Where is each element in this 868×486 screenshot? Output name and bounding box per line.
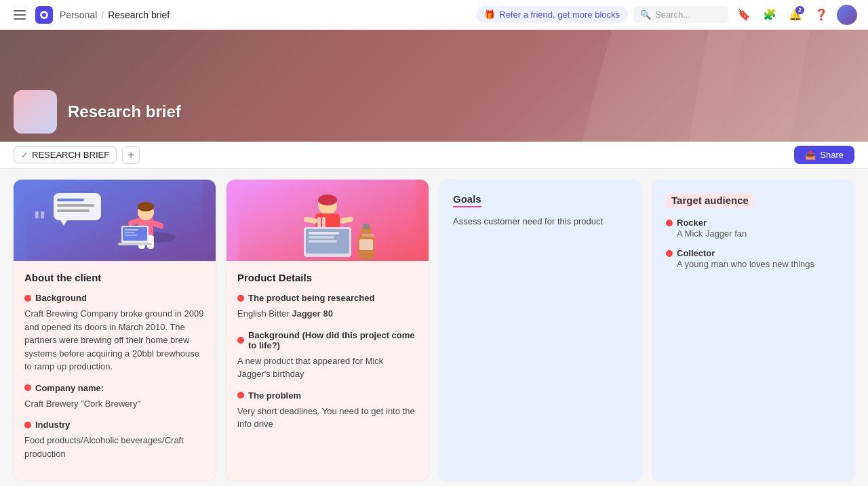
svg-rect-19 — [57, 204, 94, 207]
industry-label: Industry — [24, 420, 205, 430]
dot-prod2 — [237, 337, 244, 344]
search-placeholder: Search... — [655, 9, 690, 20]
page-name: Research brief — [108, 9, 170, 20]
main-grid: " About the client Background Craft Brew… — [0, 169, 868, 486]
tab-add-button[interactable]: + — [122, 146, 140, 164]
svg-rect-2 — [26, 180, 203, 261]
notification-button[interactable]: 🔔 2 — [785, 5, 806, 25]
notification-badge: 2 — [795, 6, 804, 14]
svg-point-6 — [138, 202, 154, 211]
nav-right: 🎁 Refer a friend, get more blocks 🔍 Sear… — [476, 5, 857, 25]
page-icon — [14, 90, 57, 134]
share-icon: 📤 — [805, 150, 816, 160]
breadcrumb-separator: / — [101, 9, 104, 20]
svg-rect-16 — [125, 235, 137, 236]
industry-text: Food products/Alcoholic beverages/Craft … — [24, 434, 205, 460]
svg-rect-34 — [309, 232, 339, 235]
hero-content: Research brief — [14, 90, 181, 134]
dot-audience2 — [666, 250, 673, 257]
bookmark-button[interactable]: 🔖 — [734, 5, 754, 25]
gift-icon: 🎁 — [484, 9, 495, 20]
goals-title: Goals — [453, 193, 481, 207]
hero-banner: Research brief — [0, 30, 868, 142]
company-text: Craft Brewery "Cork Brewery" — [24, 397, 205, 411]
goals-text: Assess customer need for this product — [453, 215, 628, 229]
about-illustration: " — [14, 180, 216, 261]
dot-icon2 — [24, 384, 31, 391]
svg-rect-20 — [57, 209, 90, 212]
workspace-name[interactable]: Personal — [60, 9, 97, 20]
refer-button[interactable]: 🎁 Refer a friend, get more blocks — [476, 6, 628, 23]
audience-name-collector: Collector — [666, 248, 841, 258]
svg-rect-14 — [125, 229, 138, 230]
search-icon: 🔍 — [640, 9, 651, 20]
tab-label: RESEARCH BRIEF — [32, 150, 109, 160]
page-title: Research brief — [68, 102, 181, 121]
problem-label: The problem — [237, 390, 418, 401]
svg-rect-39 — [363, 224, 370, 229]
dot-audience1 — [666, 220, 673, 226]
nav-left: Personal / Research brief — [11, 6, 468, 24]
goals-card: Goals Assess customer need for this prod… — [439, 180, 642, 481]
product-details-title: Product Details — [237, 272, 418, 283]
product-details-body: Product Details The product being resear… — [226, 261, 429, 451]
company-label: Company name: — [24, 383, 205, 393]
prod-background-text: A new product that appeared for Mick Jag… — [237, 355, 418, 381]
target-audience-header: Target audience — [666, 193, 754, 208]
svg-rect-36 — [309, 240, 337, 243]
tab-research-brief[interactable]: ✓ RESEARCH BRIEF — [14, 146, 117, 163]
svg-rect-13 — [118, 243, 152, 245]
product-details-card: Product Details The product being resear… — [226, 180, 429, 481]
dot-prod1 — [237, 295, 244, 302]
svg-point-24 — [318, 195, 337, 205]
help-button[interactable]: ❓ — [811, 5, 831, 25]
goals-body: Goals Assess customer need for this prod… — [439, 180, 642, 243]
background-label: Background — [24, 293, 205, 303]
about-client-card: " About the client Background Craft Brew… — [14, 180, 216, 481]
dot-icon — [24, 295, 31, 302]
svg-rect-15 — [125, 232, 135, 233]
svg-rect-41 — [359, 239, 373, 250]
tab-bar: ✓ RESEARCH BRIEF + 📤 Share — [0, 142, 868, 169]
svg-rect-18 — [57, 199, 84, 201]
product-label: The product being researched — [237, 293, 418, 303]
prod-background-label: Background (How did this project come to… — [237, 330, 418, 350]
svg-rect-40 — [362, 234, 374, 237]
target-audience-card: Target audience Rocker A Mick Jagger fan… — [652, 180, 854, 481]
audience-entry-collector: Collector A young man who loves new thin… — [666, 248, 841, 270]
breadcrumb: Personal / Research brief — [60, 9, 170, 20]
extensions-button[interactable]: 🧩 — [760, 5, 780, 25]
audience-desc-collector: A young man who loves new things — [666, 258, 841, 270]
svg-point-1 — [42, 13, 46, 17]
search-box[interactable]: 🔍 Search... — [633, 6, 728, 23]
share-label: Share — [820, 150, 844, 160]
product-text: English Bitter Jagger 80 — [237, 307, 418, 321]
problem-text: Very short deadlines. You need to get in… — [237, 405, 418, 431]
svg-rect-35 — [309, 236, 334, 239]
audience-desc-rocker: A Mick Jagger fan — [666, 228, 841, 240]
share-button[interactable]: 📤 Share — [794, 146, 854, 164]
top-nav: Personal / Research brief 🎁 Refer a frie… — [0, 0, 868, 30]
about-client-body: About the client Background Craft Brewin… — [14, 261, 216, 481]
user-avatar[interactable] — [837, 5, 857, 25]
svg-text:": " — [33, 206, 46, 236]
target-audience-title: Target audience — [671, 195, 749, 206]
dot-prod3 — [237, 392, 244, 399]
target-audience-body: Target audience Rocker A Mick Jagger fan… — [652, 180, 854, 292]
about-client-title: About the client — [24, 272, 205, 283]
tab-check-icon: ✓ — [21, 150, 28, 160]
audience-name-rocker: Rocker — [666, 218, 841, 228]
product-illustration — [226, 180, 429, 261]
workspace-logo[interactable] — [35, 6, 53, 24]
audience-entry-rocker: Rocker A Mick Jagger fan — [666, 218, 841, 240]
dot-icon3 — [24, 422, 31, 428]
background-text: Craft Brewing Company broke ground in 20… — [24, 307, 205, 373]
refer-label: Refer a friend, get more blocks — [499, 9, 620, 20]
hamburger-menu[interactable] — [11, 7, 28, 22]
